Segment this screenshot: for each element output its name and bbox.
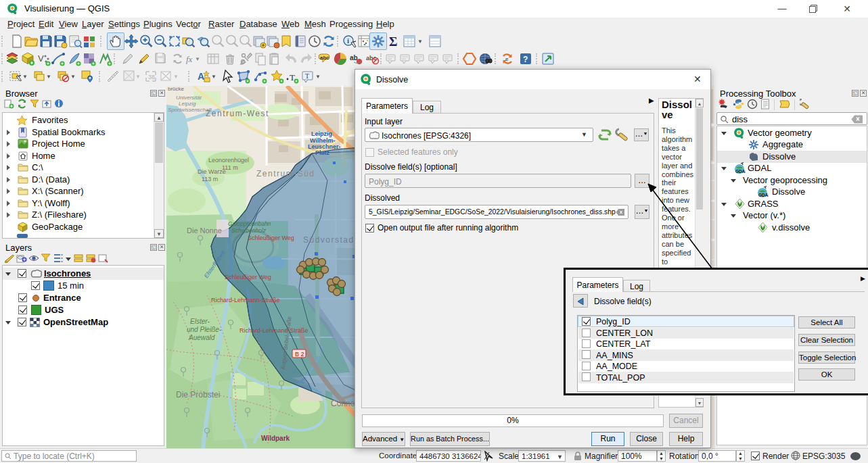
svg-text:Zentrum-West: Zentrum-West bbox=[206, 109, 269, 118]
svg-text:Scheibenholz: Scheibenholz bbox=[231, 227, 267, 234]
svg-text:Platz: Platz bbox=[315, 149, 330, 156]
svg-text:113 m: 113 m bbox=[202, 176, 218, 182]
svg-text:abc: abc bbox=[320, 55, 329, 61]
svg-text:Wildpark: Wildpark bbox=[261, 435, 290, 442]
svg-text:Zentrum-Süd: Zentrum-Süd bbox=[256, 169, 315, 178]
svg-text:brücke: brücke bbox=[168, 86, 185, 92]
svg-text:?: ? bbox=[523, 55, 528, 64]
svg-text:V: V bbox=[38, 53, 44, 64]
svg-text:ab: ab bbox=[350, 54, 358, 62]
svg-text:Leonorenhügel: Leonorenhügel bbox=[208, 157, 249, 164]
svg-text:Richard-Lehmann-Straße: Richard-Lehmann-Straße bbox=[239, 327, 309, 334]
svg-text:Schleußiger Weg: Schleußiger Weg bbox=[248, 235, 294, 241]
svg-text:B 2: B 2 bbox=[295, 351, 304, 358]
svg-text:Galopprennbahn: Galopprennbahn bbox=[228, 220, 271, 227]
svg-text:GDAL: GDAL bbox=[735, 169, 746, 174]
svg-text:Σ: Σ bbox=[389, 34, 397, 49]
svg-text:i: i bbox=[347, 36, 349, 45]
svg-text:A: A bbox=[198, 71, 204, 82]
svg-text:e: e bbox=[505, 56, 509, 62]
svg-text:und Pleiße-: und Pleiße- bbox=[187, 326, 222, 333]
svg-text:Leipzig: Leipzig bbox=[179, 101, 196, 107]
svg-text:Universität: Universität bbox=[176, 95, 202, 101]
svg-text:Schleußiger Weg: Schleußiger Weg bbox=[225, 274, 271, 281]
svg-text:fx: fx bbox=[186, 54, 193, 64]
svg-text:38: 38 bbox=[148, 74, 155, 80]
svg-text:T: T bbox=[305, 72, 309, 80]
svg-text:Auewald: Auewald bbox=[188, 334, 215, 341]
svg-text:Leipzig: Leipzig bbox=[311, 130, 332, 137]
svg-text:Richard-Lehmann-Straße: Richard-Lehmann-Straße bbox=[211, 297, 280, 303]
svg-text:Die Nonne: Die Nonne bbox=[187, 226, 222, 235]
svg-text:Die Warze: Die Warze bbox=[198, 168, 226, 175]
svg-text:Die Probstei: Die Probstei bbox=[176, 390, 220, 399]
svg-text:Südvorstadt: Südvorstadt bbox=[303, 235, 358, 245]
svg-text:Elster-: Elster- bbox=[190, 318, 210, 325]
svg-text:GDAL: GDAL bbox=[758, 193, 769, 197]
